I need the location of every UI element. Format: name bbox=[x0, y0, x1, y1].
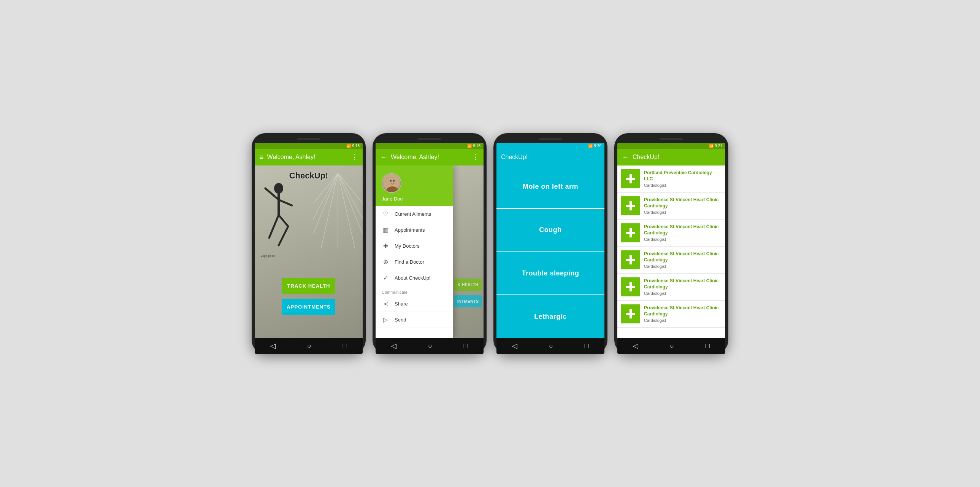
cross-shape-3 bbox=[626, 228, 635, 238]
home-nav-2[interactable]: ○ bbox=[428, 342, 432, 350]
cross-shape-6 bbox=[626, 309, 635, 318]
communicate-section-label: Communicate bbox=[375, 286, 453, 296]
svg-line-2 bbox=[338, 173, 363, 219]
back-nav-4[interactable]: ◁ bbox=[633, 342, 638, 350]
doctor-name-2: Providence St Vincent Heart Clinic Cardi… bbox=[644, 197, 722, 209]
pattern-lines bbox=[313, 173, 363, 249]
cross-shape-2 bbox=[626, 201, 635, 211]
signal-icon-1: 📶 bbox=[346, 144, 351, 148]
find-doctor-label: Find a Doctor bbox=[395, 259, 424, 265]
menu-item-find-doctor[interactable]: ⊕ Find a Doctor bbox=[375, 254, 453, 270]
recent-nav-3[interactable]: □ bbox=[585, 342, 589, 350]
doctor-specialty-1: Cardiologist bbox=[644, 183, 722, 188]
screen-2: 📶 9:18 ← Welcome, Ashley! ⋮ o! K HEALTH … bbox=[375, 143, 484, 338]
back-nav-1[interactable]: ◁ bbox=[270, 342, 275, 350]
signal-icon-3: 📶 bbox=[588, 144, 593, 148]
screen-4: 📶 9:21 ← CheckUp! Portland Preventive Ca… bbox=[617, 143, 725, 338]
track-health-button[interactable]: TRACK HEALTH bbox=[282, 278, 335, 294]
doctor-name-3: Providence St Vincent Heart Clinic Cardi… bbox=[644, 224, 722, 236]
menu-item-appointments[interactable]: ▦ Appointments bbox=[375, 222, 453, 238]
svg-line-8 bbox=[321, 173, 338, 249]
user-name: Jane Doe bbox=[382, 196, 403, 202]
recent-nav-2[interactable]: □ bbox=[464, 342, 468, 350]
home-nav-3[interactable]: ○ bbox=[549, 342, 553, 350]
menu-item-about[interactable]: ✓ About CheckUp! bbox=[375, 270, 453, 286]
doctor-item-2[interactable]: Providence St Vincent Heart Clinic Cardi… bbox=[617, 193, 725, 220]
back-nav-2[interactable]: ◁ bbox=[391, 342, 396, 350]
my-doctors-icon: ✚ bbox=[382, 243, 389, 249]
signal-icon-4: 📶 bbox=[709, 144, 714, 148]
back-nav-3[interactable]: ◁ bbox=[512, 342, 517, 350]
ailments-label: Current Ailments bbox=[395, 211, 431, 217]
battery-1: 9:18 bbox=[352, 144, 360, 148]
home-nav-1[interactable]: ○ bbox=[307, 342, 311, 350]
app-bar-title-3: CheckUp! bbox=[501, 154, 600, 161]
menu-item-send[interactable]: ▷ Send bbox=[375, 312, 453, 328]
back-icon-4[interactable]: ← bbox=[622, 153, 629, 161]
doctor-icon-6 bbox=[621, 304, 640, 323]
find-doctor-icon: ⊕ bbox=[382, 258, 389, 265]
app-bar-3: CheckUp! bbox=[496, 149, 605, 166]
doctor-item-4[interactable]: Providence St Vincent Heart Clinic Cardi… bbox=[617, 246, 725, 273]
app-bar-title-1: Welcome, Ashley! bbox=[267, 154, 347, 161]
appointments-icon: ▦ bbox=[382, 227, 389, 234]
doctor-name-6: Providence St Vincent Heart Clinic Cardi… bbox=[644, 305, 722, 317]
phone-speaker-2 bbox=[418, 138, 441, 140]
send-label: Send bbox=[395, 317, 406, 323]
phone-1: 📶 9:18 ≡ Welcome, Ashley! ⋮ bbox=[251, 133, 366, 354]
battery-2: 9:18 bbox=[473, 144, 480, 148]
ailment-text-1: Mole on left arm bbox=[523, 183, 578, 191]
doctor-icon-5 bbox=[621, 277, 640, 296]
drawer-profile: Jane Doe bbox=[375, 166, 453, 206]
ailment-text-2: Cough bbox=[539, 226, 562, 234]
phone-speaker-3 bbox=[539, 138, 562, 140]
doctor-specialty-5: Cardiologist bbox=[644, 291, 722, 295]
doctor-info-1: Portland Preventive Cardiology LLC Cardi… bbox=[644, 170, 722, 187]
svg-text:yoga pose: yoga pose bbox=[261, 254, 275, 257]
doctor-item-5[interactable]: Providence St Vincent Heart Clinic Cardi… bbox=[617, 273, 725, 300]
doctor-name-4: Providence St Vincent Heart Clinic Cardi… bbox=[644, 251, 722, 263]
nav-bar-3: ◁ ○ □ bbox=[496, 338, 605, 354]
doctor-specialty-3: Cardiologist bbox=[644, 237, 722, 242]
nav-bar-4: ◁ ○ □ bbox=[617, 338, 725, 354]
phone-4: 📶 9:21 ← CheckUp! Portland Preventive Ca… bbox=[614, 133, 729, 354]
menu-item-my-doctors[interactable]: ✚ My Doctors bbox=[375, 238, 453, 254]
appointments-button[interactable]: APPOINTMENTS bbox=[282, 299, 335, 315]
share-label: Share bbox=[395, 301, 408, 307]
menu-item-share[interactable]: ⋖ Share bbox=[375, 296, 453, 312]
yoga-figure: yoga pose bbox=[258, 177, 299, 260]
doctor-item-6[interactable]: Providence St Vincent Heart Clinic Cardi… bbox=[617, 300, 725, 327]
recent-nav-4[interactable]: □ bbox=[706, 342, 710, 350]
home-nav-4[interactable]: ○ bbox=[670, 342, 674, 350]
cross-shape-5 bbox=[626, 282, 635, 291]
ailments-list: Mole on left arm Cough Trouble sleeping … bbox=[496, 166, 605, 338]
ailment-item-3[interactable]: Trouble sleeping bbox=[496, 252, 605, 295]
home-logo-1: CheckUp! bbox=[289, 171, 328, 181]
doctor-info-5: Providence St Vincent Heart Clinic Cardi… bbox=[644, 278, 722, 295]
back-icon-2[interactable]: ← bbox=[380, 153, 387, 161]
phone-speaker-1 bbox=[297, 138, 320, 140]
doctor-icon-1 bbox=[621, 169, 640, 188]
ailment-item-1[interactable]: Mole on left arm bbox=[496, 166, 605, 209]
svg-line-13 bbox=[269, 215, 278, 238]
cross-shape-4 bbox=[626, 255, 635, 264]
menu-icon-1[interactable]: ≡ bbox=[259, 153, 263, 161]
bg-track-btn: K HEALTH bbox=[454, 278, 482, 291]
status-bar-1: 📶 9:18 bbox=[255, 143, 363, 149]
more-icon-2[interactable]: ⋮ bbox=[472, 153, 479, 161]
status-bar-2: 📶 9:18 bbox=[375, 143, 484, 149]
ailment-item-2[interactable]: Cough bbox=[496, 209, 605, 252]
doctor-item-3[interactable]: Providence St Vincent Heart Clinic Cardi… bbox=[617, 220, 725, 246]
svg-line-5 bbox=[313, 173, 338, 234]
more-icon-1[interactable]: ⋮ bbox=[351, 153, 358, 161]
drawer-panel: Jane Doe ♡ Current Ailments ▦ Appointmen… bbox=[375, 166, 453, 338]
ailment-item-4[interactable]: Lethargic bbox=[496, 295, 605, 338]
nav-bar-2: ◁ ○ □ bbox=[375, 338, 484, 354]
doctor-info-6: Providence St Vincent Heart Clinic Cardi… bbox=[644, 305, 722, 322]
recent-nav-1[interactable]: □ bbox=[343, 342, 347, 350]
doctor-name-1: Portland Preventive Cardiology LLC bbox=[644, 170, 722, 182]
doctor-item-1[interactable]: Portland Preventive Cardiology LLC Cardi… bbox=[617, 166, 725, 193]
menu-item-ailments[interactable]: ♡ Current Ailments bbox=[375, 206, 453, 222]
status-bar-3: 📶 9:20 bbox=[496, 143, 605, 149]
battery-3: 9:20 bbox=[594, 144, 601, 148]
